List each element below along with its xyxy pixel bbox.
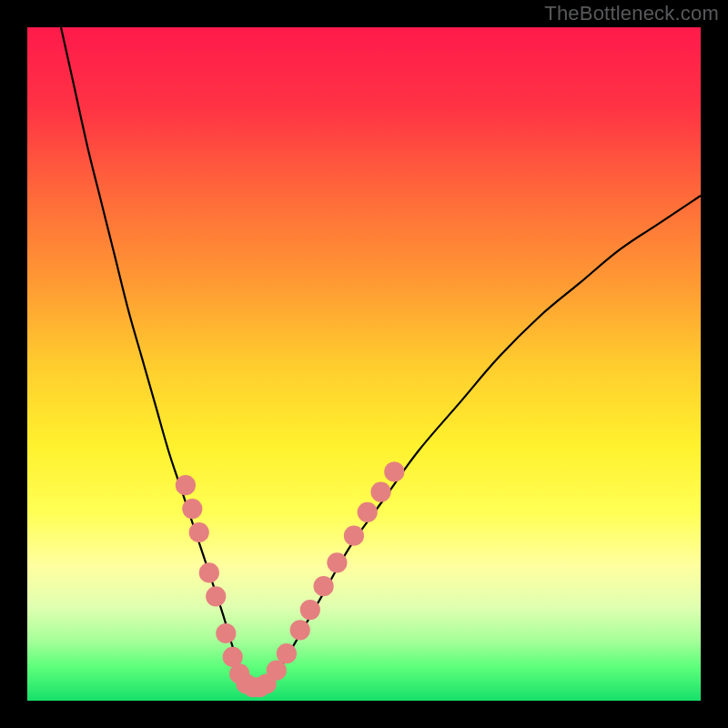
- marker-dot: [176, 475, 196, 495]
- plot-svg: [27, 27, 701, 701]
- marker-dot: [327, 552, 347, 572]
- marker-dot: [370, 482, 390, 502]
- marker-group: [176, 461, 405, 697]
- marker-dot: [216, 623, 236, 643]
- marker-dot: [344, 526, 364, 546]
- marker-dot: [206, 586, 226, 606]
- marker-dot: [358, 502, 378, 522]
- outer-frame: TheBottleneck.com: [0, 0, 728, 728]
- marker-dot: [182, 499, 202, 519]
- watermark-text: TheBottleneck.com: [544, 2, 719, 25]
- plot-area: [27, 27, 701, 701]
- marker-dot: [277, 643, 297, 663]
- marker-dot: [300, 600, 320, 620]
- marker-dot: [290, 620, 310, 640]
- marker-dot: [189, 522, 209, 542]
- bottleneck-curve: [61, 27, 701, 689]
- marker-dot: [314, 576, 334, 596]
- marker-dot: [199, 562, 219, 582]
- marker-dot: [384, 461, 404, 481]
- marker-dot: [267, 661, 287, 681]
